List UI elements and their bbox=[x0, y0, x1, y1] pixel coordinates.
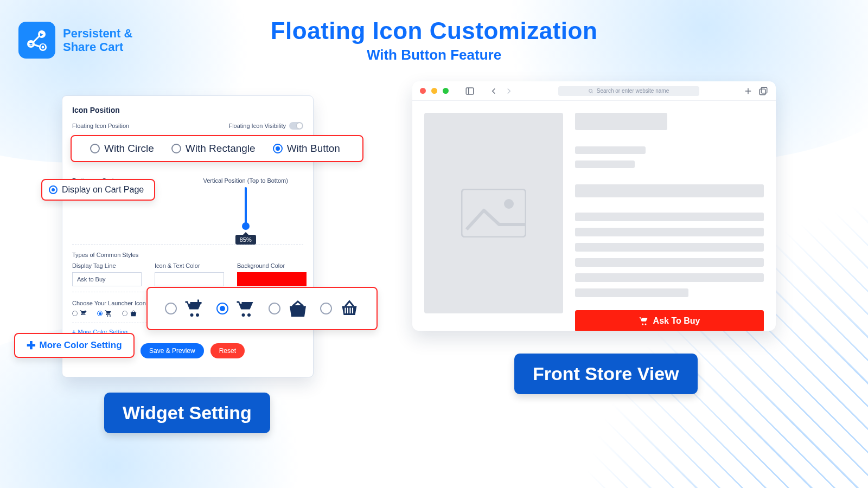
floating-position-label: Floating Icon Position bbox=[72, 123, 129, 129]
placeholder-bar bbox=[575, 184, 764, 197]
svg-point-27 bbox=[504, 199, 514, 209]
ask-to-buy-button[interactable]: Ask To Buy bbox=[575, 310, 764, 331]
launcher-opt-4[interactable] bbox=[320, 299, 359, 318]
new-tab-icon[interactable] bbox=[743, 86, 753, 96]
display-on-cart-radio[interactable] bbox=[49, 185, 58, 194]
section-icon-position: Icon Position bbox=[72, 106, 303, 114]
common-styles-title: Types of Common Styles bbox=[72, 252, 303, 258]
search-icon bbox=[588, 88, 593, 94]
svg-line-21 bbox=[591, 92, 592, 93]
launcher-icon-callout bbox=[146, 287, 378, 330]
browser-chrome: Search or enter website name bbox=[412, 81, 776, 101]
tabs-icon[interactable] bbox=[758, 86, 768, 96]
traffic-light-max bbox=[443, 88, 449, 94]
browser-search-placeholder: Search or enter website name bbox=[597, 88, 669, 94]
mini-launcher-2[interactable] bbox=[97, 310, 112, 317]
sidebar-toggle-icon[interactable] bbox=[465, 86, 475, 96]
svg-rect-24 bbox=[761, 87, 767, 93]
display-on-cart-label: Display on Cart Page bbox=[62, 185, 144, 195]
svg-rect-26 bbox=[462, 189, 526, 237]
launcher-opt-3[interactable] bbox=[269, 299, 308, 318]
cart-plus-icon bbox=[80, 310, 87, 317]
placeholder-bar bbox=[575, 288, 688, 297]
plus-icon: ✚ bbox=[27, 339, 36, 352]
placeholder-bar bbox=[575, 273, 764, 282]
placeholder-bar bbox=[575, 113, 667, 130]
vertical-position-title: Vertical Position (Top to Bottom) bbox=[188, 177, 303, 184]
svg-point-12 bbox=[242, 313, 245, 317]
tagline-label: Display Tag Line bbox=[72, 262, 142, 269]
radio-with-circle[interactable]: With Circle bbox=[90, 143, 154, 155]
product-details-column: Ask To Buy bbox=[575, 113, 764, 331]
widget-setting-label: Widget Setting bbox=[104, 393, 270, 433]
radio-with-button[interactable]: With Button bbox=[273, 143, 340, 155]
page-subtitle: With Button Feature bbox=[0, 47, 868, 63]
vertical-position-slider[interactable]: 85% bbox=[208, 187, 284, 239]
icon-text-color-swatch[interactable] bbox=[155, 272, 224, 286]
floating-visibility-toggle[interactable] bbox=[289, 122, 303, 130]
bg-color-swatch[interactable] bbox=[237, 272, 307, 286]
svg-point-8 bbox=[107, 316, 108, 317]
svg-rect-18 bbox=[466, 88, 474, 94]
placeholder-bar bbox=[575, 213, 764, 221]
svg-point-11 bbox=[196, 313, 199, 317]
storefront-preview: Search or enter website name bbox=[412, 81, 776, 331]
product-image-placeholder bbox=[424, 113, 563, 313]
svg-point-28 bbox=[642, 324, 643, 325]
placeholder-bar bbox=[575, 160, 635, 168]
placeholder-bar bbox=[575, 258, 764, 267]
svg-point-20 bbox=[589, 89, 592, 92]
more-color-callout[interactable]: ✚ More Color Setting bbox=[14, 333, 135, 358]
icon-text-color-label: Icon & Text Color bbox=[155, 262, 224, 269]
save-preview-button[interactable]: Save & Preview bbox=[141, 343, 204, 358]
launcher-opt-1[interactable] bbox=[165, 299, 204, 318]
front-store-view-label: Front Store View bbox=[514, 354, 698, 394]
svg-point-10 bbox=[190, 313, 193, 317]
cart-icon bbox=[639, 316, 649, 326]
browser-search[interactable]: Search or enter website name bbox=[558, 86, 699, 96]
svg-rect-25 bbox=[760, 89, 765, 95]
bag-icon bbox=[288, 299, 308, 318]
svg-point-9 bbox=[110, 316, 111, 317]
radio-with-rectangle[interactable]: With Rectangle bbox=[171, 143, 256, 155]
placeholder-bar bbox=[575, 146, 646, 154]
bg-color-label: Background Color bbox=[237, 262, 307, 269]
tagline-input[interactable] bbox=[72, 272, 142, 286]
basket-icon bbox=[340, 299, 359, 318]
bag-icon bbox=[130, 310, 137, 317]
cart-icon bbox=[236, 299, 256, 318]
traffic-light-close bbox=[420, 88, 426, 94]
mini-launcher-1[interactable] bbox=[72, 310, 87, 317]
mini-launcher-3[interactable] bbox=[122, 310, 137, 317]
forward-icon[interactable] bbox=[504, 86, 514, 96]
cart-plus-icon bbox=[184, 299, 204, 318]
placeholder-bar bbox=[575, 243, 764, 252]
cart-icon bbox=[105, 310, 112, 317]
floating-visibility-label: Floating Icon Visibility bbox=[228, 123, 286, 129]
svg-point-13 bbox=[247, 313, 251, 317]
display-on-cart-callout[interactable]: Display on Cart Page bbox=[41, 179, 155, 201]
traffic-light-min bbox=[431, 88, 437, 94]
page-heading: Floating Icon Customization With Button … bbox=[0, 17, 868, 63]
page-title: Floating Icon Customization bbox=[0, 17, 868, 44]
image-placeholder-icon bbox=[461, 189, 526, 237]
back-icon[interactable] bbox=[489, 86, 499, 96]
svg-point-29 bbox=[644, 324, 646, 325]
reset-button[interactable]: Reset bbox=[210, 343, 245, 358]
vertical-position-value: 85% bbox=[235, 235, 256, 245]
style-radio-callout: With Circle With Rectangle With Button bbox=[71, 135, 363, 162]
placeholder-bar bbox=[575, 228, 764, 236]
launcher-opt-2[interactable] bbox=[216, 299, 256, 318]
